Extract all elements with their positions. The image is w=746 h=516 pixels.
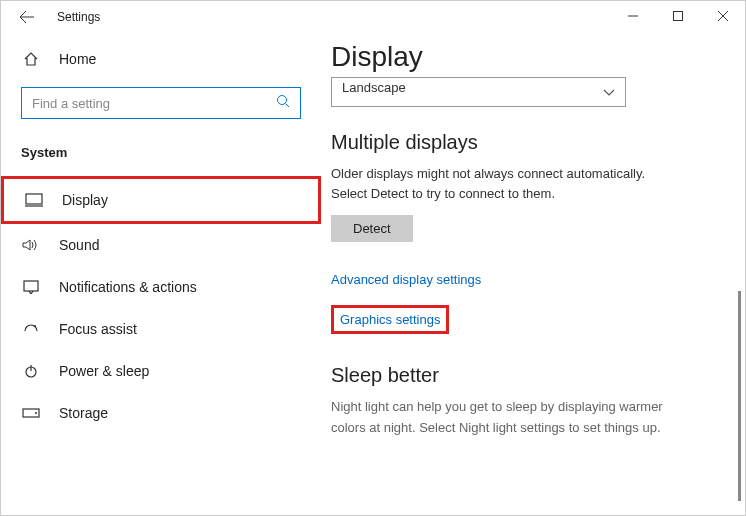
window-title: Settings bbox=[57, 10, 100, 24]
sidebar-item-label: Notifications & actions bbox=[59, 279, 197, 295]
focus-assist-icon bbox=[21, 321, 41, 337]
sidebar-item-notifications[interactable]: Notifications & actions bbox=[1, 266, 321, 308]
sidebar-item-label: Power & sleep bbox=[59, 363, 149, 379]
sidebar-item-label: Sound bbox=[59, 237, 99, 253]
sleep-better-heading: Sleep better bbox=[331, 364, 721, 387]
section-header: System bbox=[1, 139, 321, 176]
sidebar: Home System Display Sound Notifications … bbox=[1, 33, 321, 515]
search-input[interactable] bbox=[32, 96, 290, 111]
sidebar-item-sound[interactable]: Sound bbox=[1, 224, 321, 266]
search-icon bbox=[276, 94, 290, 112]
dropdown-value: Landscape bbox=[342, 80, 406, 95]
power-icon bbox=[21, 363, 41, 379]
sidebar-item-power-sleep[interactable]: Power & sleep bbox=[1, 350, 321, 392]
main-content: Display Landscape Multiple displays Olde… bbox=[321, 33, 745, 515]
orientation-dropdown[interactable]: Landscape bbox=[331, 77, 626, 107]
close-icon bbox=[718, 11, 728, 21]
svg-rect-4 bbox=[26, 194, 42, 204]
home-nav[interactable]: Home bbox=[1, 41, 321, 77]
home-label: Home bbox=[59, 51, 96, 67]
notifications-icon bbox=[21, 280, 41, 294]
sidebar-item-label: Focus assist bbox=[59, 321, 137, 337]
multiple-displays-desc: Older displays might not always connect … bbox=[331, 164, 651, 203]
multiple-displays-heading: Multiple displays bbox=[331, 131, 721, 154]
sidebar-item-label: Storage bbox=[59, 405, 108, 421]
display-icon bbox=[24, 193, 44, 207]
arrow-left-icon bbox=[19, 9, 35, 25]
minimize-icon bbox=[628, 11, 638, 21]
svg-rect-6 bbox=[24, 281, 38, 291]
home-icon bbox=[21, 51, 41, 67]
maximize-icon bbox=[673, 11, 683, 21]
sleep-better-desc: Night light can help you get to sleep by… bbox=[331, 397, 671, 439]
svg-point-11 bbox=[35, 412, 37, 414]
sidebar-item-storage[interactable]: Storage bbox=[1, 392, 321, 434]
svg-point-7 bbox=[34, 325, 36, 327]
svg-line-3 bbox=[286, 104, 290, 108]
back-button[interactable] bbox=[13, 3, 41, 31]
maximize-button[interactable] bbox=[655, 1, 700, 31]
svg-rect-1 bbox=[673, 12, 682, 21]
close-button[interactable] bbox=[700, 1, 745, 31]
graphics-settings-link[interactable]: Graphics settings bbox=[331, 305, 449, 334]
svg-point-2 bbox=[278, 96, 287, 105]
minimize-button[interactable] bbox=[610, 1, 655, 31]
sidebar-item-focus-assist[interactable]: Focus assist bbox=[1, 308, 321, 350]
sound-icon bbox=[21, 238, 41, 252]
storage-icon bbox=[21, 408, 41, 418]
detect-button[interactable]: Detect bbox=[331, 215, 413, 242]
chevron-down-icon bbox=[603, 83, 615, 101]
advanced-display-link[interactable]: Advanced display settings bbox=[331, 272, 481, 287]
search-input-container[interactable] bbox=[21, 87, 301, 119]
sidebar-item-display[interactable]: Display bbox=[1, 176, 321, 224]
page-title: Display bbox=[331, 41, 721, 73]
sidebar-item-label: Display bbox=[62, 192, 108, 208]
scrollbar[interactable] bbox=[738, 291, 741, 501]
